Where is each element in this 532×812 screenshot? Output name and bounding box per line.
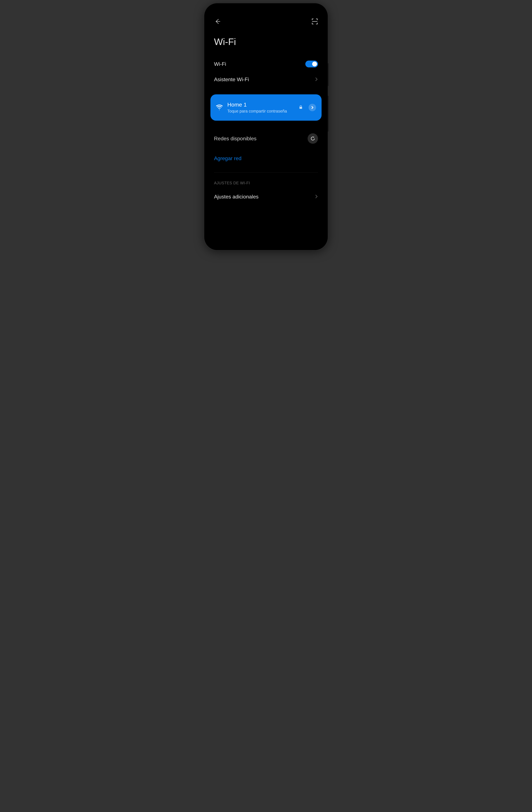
chevron-right-icon (315, 77, 318, 82)
network-details-button[interactable] (309, 104, 316, 111)
wifi-settings-header: AJUSTES DE WI-FI (208, 173, 324, 189)
svg-rect-1 (299, 107, 302, 109)
additional-settings-label: Ajustes adicionales (214, 194, 258, 200)
connected-network-name: Home 1 (227, 102, 295, 108)
connected-network-hint: Toque para compartir contraseña (227, 109, 295, 114)
connected-network-card[interactable]: Home 1 Toque para compartir contraseña (210, 95, 322, 121)
wifi-label: Wi-Fi (214, 61, 226, 67)
wifi-assistant-label: Asistente Wi-Fi (214, 76, 249, 83)
wifi-signal-icon (216, 104, 223, 111)
page-title: Wi-Fi (208, 30, 324, 56)
lock-icon (299, 105, 303, 110)
chevron-right-icon (315, 194, 318, 200)
add-network-button[interactable]: Agregar red (214, 144, 318, 170)
available-networks-title: Redes disponibles (214, 135, 256, 142)
back-icon[interactable] (214, 18, 221, 26)
wifi-assistant-row[interactable]: Asistente Wi-Fi (208, 72, 324, 87)
refresh-button[interactable] (308, 133, 318, 144)
wifi-toggle[interactable] (305, 61, 318, 68)
wifi-toggle-row[interactable]: Wi-Fi (208, 56, 324, 72)
additional-settings-row[interactable]: Ajustes adicionales (208, 189, 324, 204)
qr-scan-icon[interactable] (311, 18, 318, 25)
